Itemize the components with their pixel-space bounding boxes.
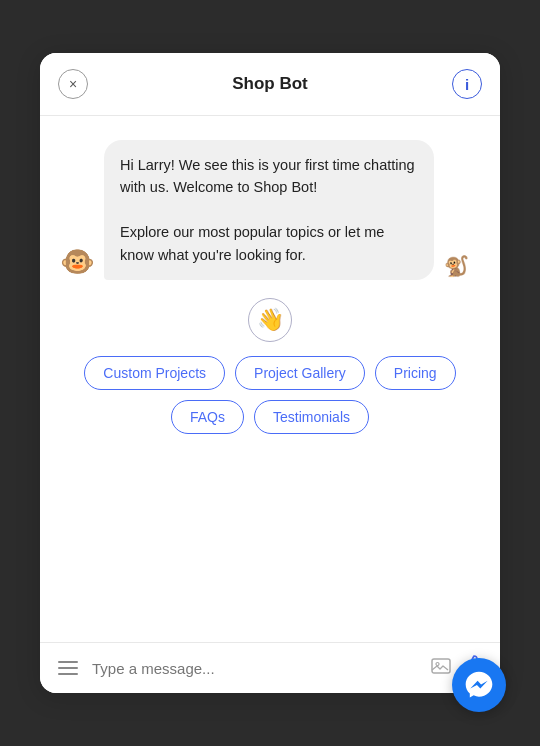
bot-message-row: 🐵 Hi Larry! We see this is your first ti… xyxy=(58,140,482,280)
menu-icon[interactable] xyxy=(54,657,82,679)
chat-header: × Shop Bot i xyxy=(40,53,500,116)
quick-reply-faqs[interactable]: FAQs xyxy=(171,400,244,434)
quick-reply-custom-projects[interactable]: Custom Projects xyxy=(84,356,225,390)
quick-reply-project-gallery[interactable]: Project Gallery xyxy=(235,356,365,390)
chat-footer xyxy=(40,642,500,693)
chat-title: Shop Bot xyxy=(232,74,308,94)
svg-point-1 xyxy=(436,662,439,665)
message-input[interactable] xyxy=(92,660,420,677)
svg-rect-0 xyxy=(432,659,450,673)
image-icon[interactable] xyxy=(430,655,452,682)
bot-message-bubble: Hi Larry! We see this is your first time… xyxy=(104,140,434,280)
greeting-text: Hi Larry! We see this is your first time… xyxy=(120,157,415,195)
prompt-text: Explore our most popular topics or let m… xyxy=(120,224,384,262)
wave-container: 👋 xyxy=(58,298,482,342)
chat-body: 🐵 Hi Larry! We see this is your first ti… xyxy=(40,116,500,642)
info-button[interactable]: i xyxy=(452,69,482,99)
messenger-fab[interactable] xyxy=(452,658,506,712)
quick-replies: Custom Projects Project Gallery Pricing … xyxy=(58,356,482,442)
close-button[interactable]: × xyxy=(58,69,88,99)
quick-reply-pricing[interactable]: Pricing xyxy=(375,356,456,390)
chat-window: × Shop Bot i 🐵 Hi Larry! We see this is … xyxy=(40,53,500,693)
bot-avatar-left: 🐵 xyxy=(58,242,96,280)
bot-avatar-right: 🐒 xyxy=(442,252,470,280)
quick-reply-testimonials[interactable]: Testimonials xyxy=(254,400,369,434)
wave-icon: 👋 xyxy=(248,298,292,342)
